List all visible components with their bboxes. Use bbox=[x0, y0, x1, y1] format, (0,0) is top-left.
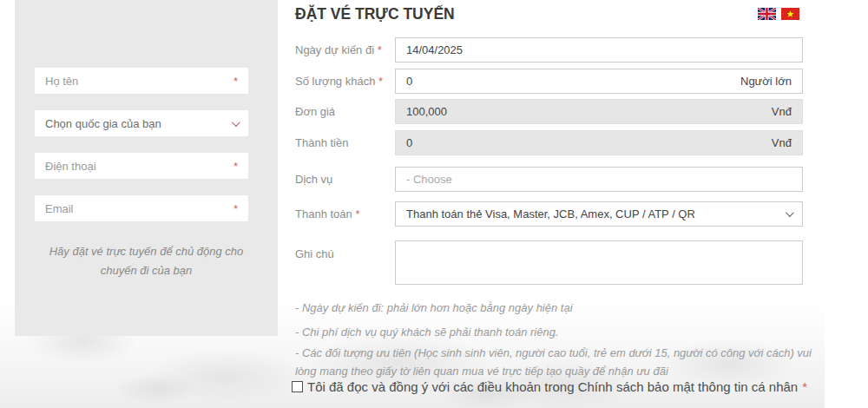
agreement-label: Tôi đã đọc và đồng ý với các điều khoản … bbox=[307, 379, 798, 394]
total-value: 0 bbox=[406, 136, 412, 149]
quantity-input[interactable] bbox=[406, 75, 732, 88]
service-select-placeholder: - Choose bbox=[406, 173, 452, 186]
hint-date: - Ngày dự kiến đi: phải lớn hơn hoặc bằn… bbox=[295, 299, 816, 317]
unit-price-label: Đơn giá bbox=[295, 105, 395, 118]
fullname-input[interactable] bbox=[45, 75, 233, 88]
date-label: Ngày dự kiến đi * bbox=[295, 43, 395, 56]
booking-sidebar: * Chọn quốc gia của bạn * * Hãy đặt vé t… bbox=[15, 0, 278, 336]
english-flag-icon[interactable] bbox=[758, 8, 776, 20]
hint-priority: - Các đối tượng ưu tiên (Học sinh sinh v… bbox=[295, 344, 816, 380]
unit-price-currency: Vnđ bbox=[763, 105, 792, 118]
payment-label: Thanh toán * bbox=[295, 207, 395, 220]
note-textarea[interactable] bbox=[395, 240, 803, 285]
total-currency: Vnđ bbox=[763, 136, 792, 149]
agreement-row: Tôi đã đọc và đồng ý với các điều khoản … bbox=[292, 379, 812, 394]
phone-field[interactable]: * bbox=[35, 153, 248, 179]
total-label: Thành tiền bbox=[295, 136, 395, 149]
unit-price-field: 100,000 Vnđ bbox=[395, 99, 803, 124]
email-input[interactable] bbox=[45, 202, 233, 215]
service-label: Dịch vụ bbox=[295, 173, 395, 186]
required-mark: * bbox=[233, 75, 238, 88]
page-title: ĐẶT VÉ TRỰC TUYẾN bbox=[295, 5, 455, 23]
phone-input[interactable] bbox=[45, 160, 233, 173]
quantity-unit: Người lớn bbox=[732, 75, 792, 88]
booking-form: ĐẶT VÉ TRỰC TUYẾN Ngày dự kiến đi * Số l… bbox=[295, 0, 803, 408]
total-field: 0 Vnđ bbox=[395, 130, 803, 155]
chevron-down-icon bbox=[232, 118, 240, 127]
agreement-checkbox[interactable] bbox=[292, 381, 303, 392]
chevron-down-icon bbox=[786, 208, 794, 217]
country-select[interactable]: Chọn quốc gia của bạn bbox=[35, 110, 248, 136]
fullname-field[interactable]: * bbox=[35, 68, 248, 94]
required-mark: * bbox=[233, 202, 238, 215]
language-switcher bbox=[758, 8, 799, 20]
sidebar-note: Hãy đặt vé trực tuyến để chủ động cho ch… bbox=[39, 242, 253, 280]
date-field[interactable] bbox=[395, 37, 803, 63]
quantity-label: Số lượng khách * bbox=[295, 75, 395, 88]
unit-price-value: 100,000 bbox=[406, 105, 447, 118]
hint-service-fee: - Chi phí dịch vụ quý khách sẽ phải than… bbox=[295, 323, 816, 341]
email-field[interactable]: * bbox=[35, 195, 248, 221]
payment-select-value: Thanh toán thẻ Visa, Master, JCB, Amex, … bbox=[406, 207, 695, 220]
service-select[interactable]: - Choose bbox=[395, 167, 803, 192]
quantity-field[interactable]: Người lớn bbox=[395, 69, 803, 94]
payment-select[interactable]: Thanh toán thẻ Visa, Master, JCB, Amex, … bbox=[395, 201, 803, 227]
country-select-value: Chọn quốc gia của bạn bbox=[45, 117, 227, 130]
required-mark: * bbox=[802, 379, 807, 394]
vietnam-flag-icon[interactable] bbox=[781, 8, 799, 20]
required-mark: * bbox=[233, 160, 238, 173]
note-label: Ghi chú bbox=[295, 240, 395, 260]
date-input[interactable] bbox=[406, 43, 792, 56]
